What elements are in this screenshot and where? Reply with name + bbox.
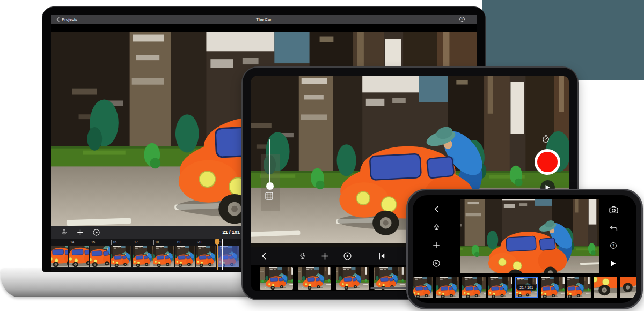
microphone-icon[interactable] (299, 252, 306, 260)
help-icon[interactable]: ? (610, 242, 617, 249)
frame-thumbnail[interactable] (462, 277, 486, 298)
frame-thumbnail[interactable] (413, 277, 433, 298)
frame-thumbnail[interactable] (133, 246, 153, 267)
ruler-tick: 15 (90, 240, 95, 245)
zoom-slider-knob[interactable] (266, 182, 274, 190)
live-view-tint (217, 246, 239, 267)
ruler-tick: 18 (153, 240, 159, 245)
frame-thumbnail[interactable] (298, 267, 331, 290)
timer-icon[interactable] (542, 135, 550, 143)
playhead-line (217, 244, 218, 270)
frame-thumbnail[interactable] (488, 277, 512, 298)
frame-thumbnail[interactable] (175, 246, 195, 267)
help-button[interactable]: ? (459, 17, 465, 22)
playhead-cursor[interactable] (222, 239, 223, 270)
frame-thumbnail[interactable] (567, 277, 591, 298)
frame-thumbnail[interactable] (541, 277, 565, 298)
iphone-filmstrip: 21 / 101 (413, 277, 636, 300)
grid-overlay-icon[interactable] (265, 192, 273, 200)
frame-counter: 21 / 101 (202, 226, 240, 239)
frame-thumbnail[interactable] (436, 277, 459, 298)
ruler-tick: 16 (111, 240, 116, 245)
undo-icon[interactable] (609, 225, 618, 232)
play-circle-icon[interactable] (433, 260, 440, 267)
playhead-handle[interactable] (215, 239, 219, 244)
iphone-camera-preview (460, 199, 599, 273)
iphone-left-controls (425, 199, 448, 273)
add-frame-icon[interactable] (433, 242, 440, 248)
play-icon[interactable] (610, 260, 617, 267)
mac-top-navigation-bar: Projects The Car ? (51, 15, 477, 24)
frame-thumbnail[interactable] (90, 246, 110, 267)
camera-icon[interactable] (609, 206, 618, 214)
add-frame-icon[interactable] (77, 229, 83, 235)
frame-thumbnail[interactable] (620, 277, 636, 298)
back-chevron-icon[interactable] (261, 253, 267, 260)
frame-thumbnail[interactable] (196, 246, 216, 267)
play-circle-icon[interactable] (93, 229, 100, 236)
marketing-composite: Projects The Car ? 21 / 101 14 15 16 17 … (0, 0, 644, 311)
project-title: The Car (51, 17, 477, 22)
live-view-frame[interactable] (217, 246, 239, 267)
iphone-device: ? 21 / 101 (406, 189, 643, 309)
frame-thumbnail[interactable] (153, 246, 174, 267)
record-button[interactable] (535, 149, 560, 175)
microphone-icon[interactable] (61, 229, 68, 236)
ruler-tick: 17 (133, 240, 138, 245)
frame-thumbnail[interactable] (69, 246, 89, 267)
frame-thumbnail[interactable] (594, 277, 617, 298)
filmstrip-scrollbar[interactable] (370, 287, 410, 289)
frame-thumbnail[interactable] (111, 246, 131, 267)
frame-thumbnail[interactable] (374, 267, 407, 290)
microphone-icon[interactable] (433, 224, 440, 231)
back-chevron-icon[interactable] (434, 206, 439, 212)
ruler-tick: 20 (196, 240, 201, 245)
frame-counter-badge: 21 / 101 (517, 285, 536, 291)
ruler-tick: 19 (175, 240, 180, 245)
add-frame-icon[interactable] (321, 253, 328, 260)
skip-to-start-icon[interactable] (378, 253, 385, 260)
zoom-slider-track[interactable] (269, 139, 270, 186)
play-circle-icon[interactable] (343, 252, 352, 260)
frame-thumbnail[interactable] (51, 246, 68, 267)
frame-thumbnail[interactable] (260, 267, 293, 290)
iphone-right-controls: ? (602, 199, 625, 273)
frame-thumbnail[interactable] (336, 267, 369, 290)
ruler-tick: 14 (69, 240, 74, 245)
iphone-screen: ? 21 / 101 (413, 195, 636, 303)
selected-frame-thumbnail[interactable]: 21 / 101 (515, 277, 538, 298)
